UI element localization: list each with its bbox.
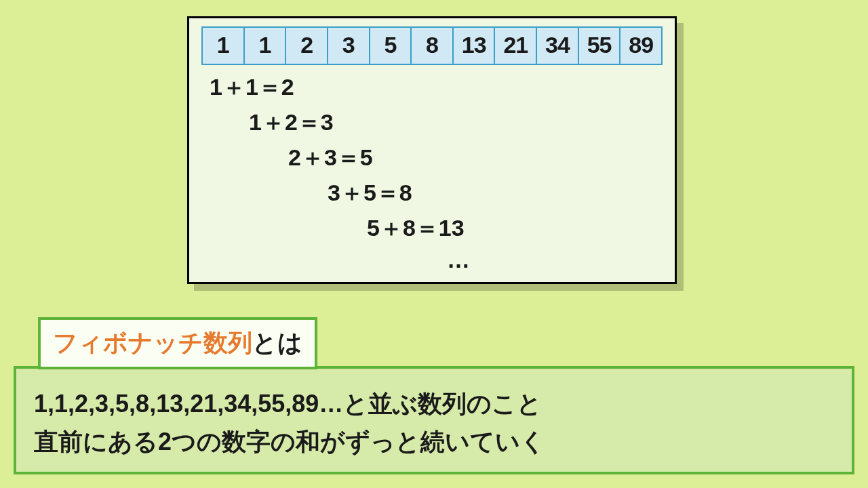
sequence-cell: 13 [454,28,496,64]
caption-line-2: 直前にある2つの数字の和がずっと続いていく [34,423,834,461]
sequence-cell: 89 [620,28,661,64]
caption-title-rest: とは [252,329,302,357]
sequence-cell: 55 [579,28,621,64]
sequence-cell: 1 [245,28,287,64]
sequence-row: 1123581321345589 [201,26,663,65]
caption-box: 1,1,2,3,5,8,13,21,34,55,89…と並ぶ数列のこと 直前にあ… [14,366,854,474]
caption-title: フィボナッチ数列とは [38,317,317,369]
equation-line: 1＋1＝2 [210,72,294,103]
equation-line: 3＋5＝8 [328,178,412,209]
sequence-cell: 3 [328,28,370,64]
sequence-cell: 1 [203,28,245,64]
equation-line: 5＋8＝13 [367,213,465,244]
caption-title-accent: フィボナッチ数列 [53,329,252,357]
sequence-cell: 2 [286,28,328,64]
sequence-cell: 8 [412,28,454,64]
equation-line: … [447,247,470,273]
sequence-cell: 34 [537,28,579,64]
caption-line-1: 1,1,2,3,5,8,13,21,34,55,89…と並ぶ数列のこと [34,385,834,423]
diagram-panel: 1123581321345589 1＋1＝21＋2＝32＋3＝53＋5＝85＋8… [187,16,677,284]
equation-line: 2＋3＝5 [288,142,373,174]
equation-line: 1＋2＝3 [249,107,334,138]
sequence-cell: 5 [370,28,412,64]
sequence-cell: 21 [495,28,537,64]
panel-inner: 1123581321345589 1＋1＝21＋2＝32＋3＝53＋5＝85＋8… [187,16,677,284]
